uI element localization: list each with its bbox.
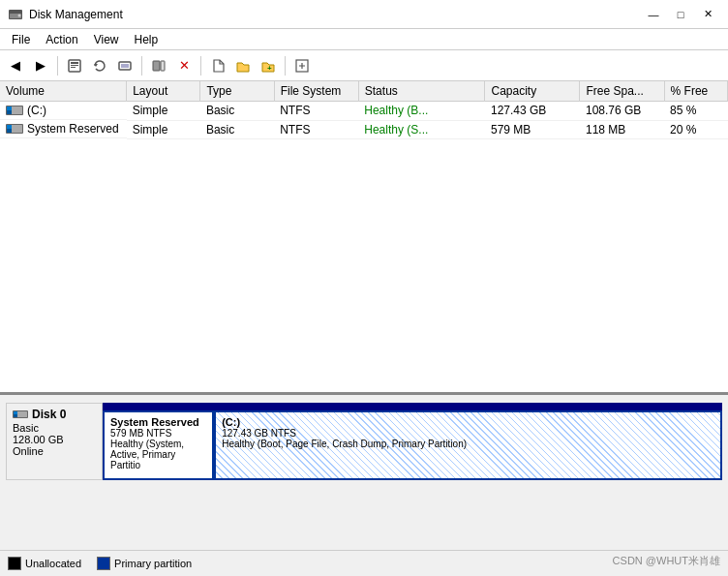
- menu-help[interactable]: Help: [127, 31, 167, 48]
- folder-open-button[interactable]: [231, 54, 255, 77]
- table-cell: NTFS: [274, 120, 358, 138]
- forward-button[interactable]: ▶: [29, 54, 52, 77]
- disk-type-0: Basic: [13, 422, 96, 434]
- toolbar: ◀ ▶ ✕ +: [0, 50, 728, 81]
- svg-rect-10: [153, 61, 160, 71]
- menu-view[interactable]: View: [86, 31, 127, 48]
- table-cell: Healthy (S...: [358, 120, 485, 138]
- legend-box-unallocated: [8, 557, 21, 570]
- svg-point-2: [18, 14, 21, 16]
- table-row[interactable]: System ReservedSimpleBasicNTFSHealthy (S…: [0, 120, 728, 138]
- table-row[interactable]: (C:)SimpleBasicNTFSHealthy (B...127.43 G…: [0, 102, 728, 121]
- disk-status-0: Online: [13, 445, 96, 457]
- legend-box-primary: [97, 557, 110, 570]
- delete-button[interactable]: ✕: [172, 54, 196, 77]
- svg-rect-24: [14, 411, 17, 414]
- svg-text:+: +: [267, 64, 272, 73]
- properties-button[interactable]: [63, 54, 86, 77]
- refresh-button[interactable]: [88, 54, 111, 77]
- main-content: Volume Layout Type File System Status Ca…: [0, 81, 728, 576]
- table-cell: Healthy (B...: [358, 102, 485, 121]
- table-cell: 118 MB: [580, 120, 664, 138]
- partition-c-name: (C:): [222, 416, 714, 428]
- svg-rect-11: [161, 61, 165, 71]
- table-cell: 108.76 GB: [580, 102, 664, 121]
- table-cell: NTFS: [274, 102, 358, 121]
- svg-rect-4: [71, 62, 78, 64]
- col-header-capacity[interactable]: Capacity: [485, 81, 580, 102]
- svg-rect-9: [121, 64, 129, 68]
- maximize-button[interactable]: □: [668, 5, 693, 24]
- toolbar-separator-1: [57, 56, 58, 76]
- volume-icon: [6, 105, 23, 116]
- window-controls: — □ ✕: [641, 5, 720, 24]
- table-cell: 127.43 GB: [485, 102, 580, 121]
- menu-file[interactable]: File: [4, 31, 38, 48]
- toolbar-separator-2: [141, 56, 142, 76]
- watermark: CSDN @WHUT米肖雄: [613, 554, 720, 568]
- window-title: Disk Management: [29, 8, 123, 21]
- svg-rect-5: [71, 65, 78, 66]
- svg-rect-16: [7, 106, 12, 110]
- legend-label-unallocated: Unallocated: [25, 558, 81, 569]
- svg-rect-20: [7, 125, 12, 129]
- col-header-fs[interactable]: File System: [274, 81, 358, 102]
- disk-size-0: 128.00 GB: [13, 434, 96, 445]
- col-header-pctfree[interactable]: % Free: [664, 81, 727, 102]
- document-button[interactable]: [206, 54, 229, 77]
- disk-parts-row-0: System Reserved 579 MB NTFS Healthy (Sys…: [103, 410, 722, 480]
- svg-rect-17: [7, 110, 12, 114]
- legend-label-primary: Primary partition: [114, 558, 192, 569]
- col-header-status[interactable]: Status: [358, 81, 485, 102]
- col-header-layout[interactable]: Layout: [127, 81, 200, 102]
- table-cell: System Reserved: [0, 120, 127, 138]
- table-cell: 20 %: [664, 120, 727, 138]
- move-left-button[interactable]: [147, 54, 170, 77]
- disk-label-0: Disk 0 Basic 128.00 GB Online: [6, 403, 103, 480]
- volume-icon: [6, 123, 23, 135]
- disk-stripe-0: [103, 403, 722, 410]
- table-header: Volume Layout Type File System Status Ca…: [0, 81, 728, 102]
- menu-action[interactable]: Action: [38, 31, 85, 48]
- app-icon: [8, 7, 23, 22]
- disk-icon: [13, 409, 28, 419]
- partition-c-desc: Healthy (Boot, Page File, Crash Dump, Pr…: [222, 439, 714, 449]
- partition-system-reserved[interactable]: System Reserved 579 MB NTFS Healthy (Sys…: [103, 410, 214, 480]
- partition-c-size: 127.43 GB NTFS: [222, 428, 714, 439]
- col-header-volume[interactable]: Volume: [0, 81, 127, 102]
- disk-partitions-0: System Reserved 579 MB NTFS Healthy (Sys…: [103, 403, 722, 480]
- minimize-button[interactable]: —: [641, 5, 666, 24]
- partition-c-drive[interactable]: (C:) 127.43 GB NTFS Healthy (Boot, Page …: [214, 410, 722, 480]
- legend-primary: Primary partition: [97, 557, 192, 570]
- volume-table: Volume Layout Type File System Status Ca…: [0, 81, 728, 139]
- table-cell: (C:): [0, 102, 127, 120]
- svg-rect-25: [14, 414, 17, 417]
- back-button[interactable]: ◀: [4, 54, 27, 77]
- partition-sr-name: System Reserved: [110, 416, 206, 428]
- close-button[interactable]: ✕: [695, 5, 720, 24]
- rescan-button[interactable]: [113, 54, 136, 77]
- menu-bar: File Action View Help: [0, 29, 728, 50]
- title-bar: Disk Management — □ ✕: [0, 0, 728, 29]
- toolbar-separator-4: [285, 56, 286, 76]
- col-header-type[interactable]: Type: [200, 81, 274, 102]
- col-header-free[interactable]: Free Spa...: [580, 81, 664, 102]
- disk-map-pane: Disk 0 Basic 128.00 GB Online System Res…: [0, 395, 728, 550]
- volume-list-pane[interactable]: Volume Layout Type File System Status Ca…: [0, 81, 728, 395]
- table-cell: Simple: [127, 102, 200, 121]
- table-cell: Simple: [127, 120, 200, 138]
- svg-rect-21: [7, 129, 12, 133]
- partition-sr-desc: Healthy (System, Active, Primary Partiti…: [110, 439, 206, 470]
- toolbar-separator-3: [200, 56, 201, 76]
- table-cell: Basic: [200, 120, 274, 138]
- partition-sr-size: 579 MB NTFS: [110, 428, 206, 439]
- disk-name-0: Disk 0: [13, 408, 96, 422]
- folder-add-button[interactable]: +: [257, 54, 280, 77]
- table-cell: Basic: [200, 102, 274, 121]
- export-button[interactable]: [290, 54, 314, 77]
- svg-rect-6: [71, 67, 76, 68]
- table-cell: 579 MB: [485, 120, 580, 138]
- table-cell: 85 %: [664, 102, 727, 121]
- disk-row-0: Disk 0 Basic 128.00 GB Online System Res…: [6, 403, 722, 480]
- legend-unallocated: Unallocated: [8, 557, 81, 570]
